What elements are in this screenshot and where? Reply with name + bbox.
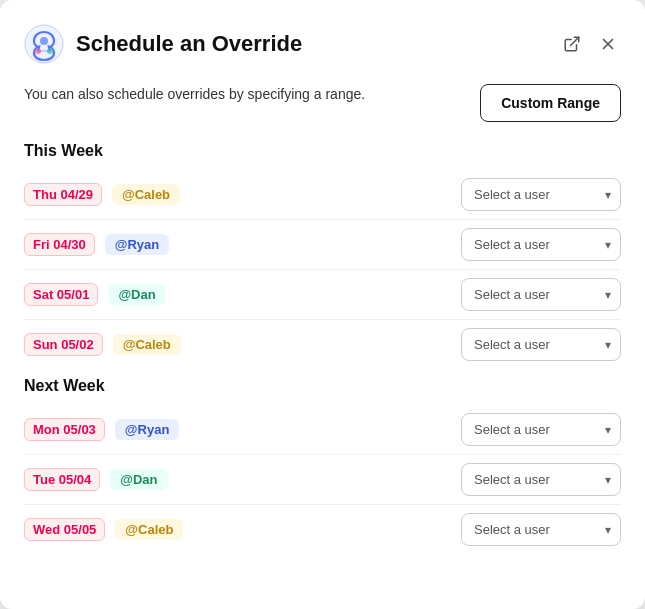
user-select-row-fri[interactable]: Select a user (461, 228, 621, 261)
date-user-group-row-sun: Sun 05/02@Caleb (24, 333, 181, 356)
section-title-this-week: This Week (24, 142, 621, 160)
select-wrapper-row-sat: Select a user▾ (461, 278, 621, 311)
date-badge-row-sat: Sat 05/01 (24, 283, 98, 306)
header-actions (559, 31, 621, 57)
schedule-row-row-mon: Mon 05/03@RyanSelect a user▾ (24, 405, 621, 455)
section-title-next-week: Next Week (24, 377, 621, 395)
app-logo (24, 24, 64, 64)
schedule-row-row-fri: Fri 04/30@RyanSelect a user▾ (24, 220, 621, 270)
user-badge-row-mon: @Ryan (115, 419, 179, 440)
date-user-group-row-tue: Tue 05/04@Dan (24, 468, 168, 491)
date-badge-row-thu: Thu 04/29 (24, 183, 102, 206)
select-wrapper-row-tue: Select a user▾ (461, 463, 621, 496)
user-select-row-sun[interactable]: Select a user (461, 328, 621, 361)
date-badge-row-wed: Wed 05/05 (24, 518, 105, 541)
date-badge-row-fri: Fri 04/30 (24, 233, 95, 256)
description-text: You can also schedule overrides by speci… (24, 84, 365, 105)
date-badge-row-tue: Tue 05/04 (24, 468, 100, 491)
schedule-row-row-sun: Sun 05/02@CalebSelect a user▾ (24, 320, 621, 369)
section-this-week: This WeekThu 04/29@CalebSelect a user▾Fr… (24, 142, 621, 369)
svg-point-1 (40, 37, 48, 45)
date-badge-row-mon: Mon 05/03 (24, 418, 105, 441)
schedule-row-row-sat: Sat 05/01@DanSelect a user▾ (24, 270, 621, 320)
svg-line-4 (571, 37, 579, 45)
close-button[interactable] (595, 31, 621, 57)
date-badge-row-sun: Sun 05/02 (24, 333, 103, 356)
select-wrapper-row-mon: Select a user▾ (461, 413, 621, 446)
schedule-row-row-tue: Tue 05/04@DanSelect a user▾ (24, 455, 621, 505)
user-select-row-mon[interactable]: Select a user (461, 413, 621, 446)
sections-container: This WeekThu 04/29@CalebSelect a user▾Fr… (24, 142, 621, 554)
user-badge-row-thu: @Caleb (112, 184, 180, 205)
custom-range-button[interactable]: Custom Range (480, 84, 621, 122)
section-next-week: Next WeekMon 05/03@RyanSelect a user▾Tue… (24, 377, 621, 554)
date-user-group-row-thu: Thu 04/29@Caleb (24, 183, 180, 206)
user-badge-row-sun: @Caleb (113, 334, 181, 355)
external-link-button[interactable] (559, 31, 585, 57)
modal-title: Schedule an Override (76, 31, 559, 57)
user-badge-row-fri: @Ryan (105, 234, 169, 255)
external-link-icon (563, 35, 581, 53)
user-select-row-thu[interactable]: Select a user (461, 178, 621, 211)
date-user-group-row-fri: Fri 04/30@Ryan (24, 233, 169, 256)
select-wrapper-row-wed: Select a user▾ (461, 513, 621, 546)
description-row: You can also schedule overrides by speci… (24, 84, 621, 122)
modal-header: Schedule an Override (24, 24, 621, 64)
schedule-row-row-wed: Wed 05/05@CalebSelect a user▾ (24, 505, 621, 554)
date-user-group-row-mon: Mon 05/03@Ryan (24, 418, 179, 441)
user-select-row-wed[interactable]: Select a user (461, 513, 621, 546)
user-badge-row-wed: @Caleb (115, 519, 183, 540)
select-wrapper-row-thu: Select a user▾ (461, 178, 621, 211)
date-user-group-row-wed: Wed 05/05@Caleb (24, 518, 183, 541)
select-wrapper-row-sun: Select a user▾ (461, 328, 621, 361)
date-user-group-row-sat: Sat 05/01@Dan (24, 283, 166, 306)
select-wrapper-row-fri: Select a user▾ (461, 228, 621, 261)
schedule-row-row-thu: Thu 04/29@CalebSelect a user▾ (24, 170, 621, 220)
user-select-row-sat[interactable]: Select a user (461, 278, 621, 311)
close-icon (599, 35, 617, 53)
user-select-row-tue[interactable]: Select a user (461, 463, 621, 496)
user-badge-row-tue: @Dan (110, 469, 167, 490)
modal-container: Schedule an Override You can also schedu… (0, 0, 645, 609)
user-badge-row-sat: @Dan (108, 284, 165, 305)
